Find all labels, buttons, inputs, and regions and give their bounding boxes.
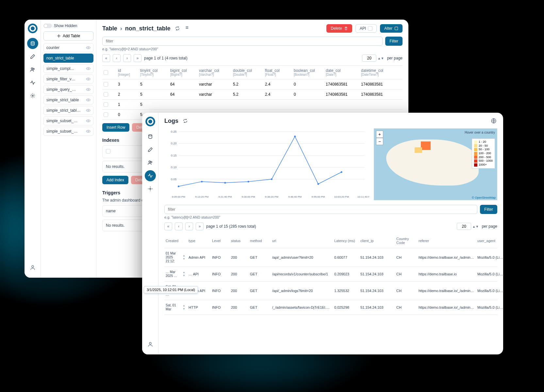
page-prev-button[interactable]: ‹: [175, 222, 183, 230]
svg-point-45: [294, 136, 296, 137]
api-checkbox[interactable]: [368, 26, 372, 31]
column-header[interactable]: float_col[Float?]: [265, 68, 291, 76]
svg-point-5: [33, 68, 34, 70]
page-first-button[interactable]: «: [102, 54, 110, 62]
logs-column-header[interactable]: client_ip: [360, 239, 393, 243]
logs-page-size-input[interactable]: [457, 223, 471, 230]
logs-row[interactable]: … Mar 2025 …▲▼ … APIINFO200GET /api/reco…: [164, 267, 497, 282]
column-header[interactable]: double_col[Double?]: [233, 68, 262, 76]
alter-button[interactable]: Alter: [380, 24, 403, 33]
nav-user-icon[interactable]: [27, 262, 38, 273]
table-list-item[interactable]: counter: [43, 43, 93, 52]
add-index-button[interactable]: Add Index: [102, 176, 128, 184]
globe-icon[interactable]: [490, 117, 497, 124]
index-checkbox[interactable]: [106, 149, 110, 154]
insert-row-button[interactable]: Insert Row: [102, 123, 129, 132]
logs-column-header[interactable]: method: [250, 239, 269, 243]
logs-row[interactable]: 01 Mar 2025 21:12:▲▼ Admin APIINFO200GET…: [164, 248, 497, 267]
svg-point-4: [31, 68, 33, 70]
world-map[interactable]: + − Hover over a country 1 - 2020 - 5050…: [374, 128, 497, 200]
logs-filter-input[interactable]: [164, 205, 477, 214]
svg-point-25: [149, 161, 150, 163]
filter-button[interactable]: Filter: [385, 37, 403, 46]
nav-activity-icon[interactable]: [27, 77, 38, 88]
table-list-item[interactable]: simple_subset_…: [43, 127, 93, 136]
map-credit: © OpenStreetMap: [472, 196, 496, 199]
page-last-button[interactable]: »: [196, 222, 204, 230]
svg-text:9:55:00 PM: 9:55:00 PM: [311, 195, 325, 198]
logs-column-header[interactable]: Created: [166, 239, 185, 243]
table-list-item[interactable]: simple_subset_…: [43, 116, 93, 125]
nav-settings-icon[interactable]: [145, 183, 156, 194]
nav-tables-icon[interactable]: [145, 131, 156, 142]
svg-point-7: [32, 266, 34, 268]
column-header[interactable]: datetime_col[DateTime?]: [361, 68, 394, 76]
nav-settings-icon[interactable]: [27, 90, 38, 101]
page-last-button[interactable]: »: [134, 54, 141, 62]
logs-column-header[interactable]: Latency (ms): [334, 239, 357, 243]
table-row[interactable]: 15: [102, 100, 403, 110]
logs-row[interactable]: Sat, 01 Mar 2025 …▲▼ Admin APIINFO200GET…: [164, 282, 497, 300]
api-button[interactable]: API: [355, 24, 377, 33]
nav-edit-icon[interactable]: [27, 51, 38, 62]
logs-column-header[interactable]: Level: [212, 239, 228, 243]
table-list-item[interactable]: simple_query_…: [43, 85, 93, 94]
row-checkbox[interactable]: [104, 102, 108, 107]
delete-button[interactable]: Delete: [326, 24, 352, 33]
table-list-item[interactable]: simple_strict_table: [43, 95, 93, 105]
column-header[interactable]: date_col[Date?]: [326, 68, 358, 76]
page-size-input[interactable]: [362, 55, 376, 62]
logs-filter-button[interactable]: Filter: [480, 205, 497, 214]
column-header[interactable]: tinyint_col[TinyInt?]: [140, 68, 168, 76]
svg-point-47: [341, 171, 342, 173]
filter-input[interactable]: [102, 37, 383, 46]
eye-icon: [86, 66, 91, 71]
refresh-icon[interactable]: [174, 25, 181, 32]
column-header[interactable]: boolean_col[Boolean?]: [294, 68, 323, 76]
eye-icon: [86, 87, 91, 92]
row-checkbox[interactable]: [104, 112, 108, 117]
column-header[interactable]: id[Integer]: [118, 68, 138, 76]
logs-column-header[interactable]: type: [189, 239, 209, 243]
logs-row[interactable]: Sat, 01 Mar▲▼ HTTPINFO200GET /_/admin/as…: [164, 300, 497, 315]
nav-tables-icon[interactable]: [27, 38, 38, 49]
table-list-item[interactable]: simple_strict_tabl…: [43, 106, 93, 115]
table-row[interactable]: 2564varchar5.22.4017408635811740863581: [102, 90, 403, 100]
page-prev-button[interactable]: ‹: [113, 54, 121, 62]
date-tooltip: 3/1/2025, 10:12:01 PM (Local): [144, 286, 198, 293]
row-checkbox[interactable]: [104, 92, 108, 97]
nav-edit-icon[interactable]: [145, 144, 156, 155]
table-list-panel: Show Hidden Add Table counternon_strict_…: [41, 20, 96, 278]
table-row[interactable]: 3564varchar5.22.4017408635811740863581: [102, 79, 403, 90]
header-checkbox[interactable]: [104, 70, 108, 75]
logs-column-header[interactable]: Country Code: [396, 237, 415, 245]
nav-users-icon[interactable]: [27, 64, 38, 75]
nav-activity-icon[interactable]: [145, 170, 156, 181]
column-header[interactable]: varchar_col[Varchar?]: [199, 68, 230, 76]
add-table-button[interactable]: Add Table: [43, 31, 93, 41]
page-next-button[interactable]: ›: [185, 222, 193, 230]
show-hidden-label: Show Hidden: [54, 24, 77, 28]
table-list-item[interactable]: simple_filter_v…: [43, 74, 93, 84]
svg-point-11: [88, 89, 89, 90]
svg-point-12: [88, 100, 89, 101]
row-checkbox[interactable]: [104, 82, 108, 87]
logs-column-header[interactable]: user_agent: [477, 239, 503, 243]
map-zoom-out-button[interactable]: −: [376, 138, 383, 145]
logs-column-header[interactable]: status: [231, 239, 247, 243]
eye-icon: [86, 45, 91, 50]
page-next-button[interactable]: ›: [123, 54, 131, 62]
nav-user-icon[interactable]: [145, 339, 156, 350]
table-list-item[interactable]: simple_compl…: [43, 64, 93, 73]
logs-column-header[interactable]: url: [272, 239, 331, 243]
page-first-button[interactable]: «: [164, 222, 172, 230]
logs-column-header[interactable]: referer: [419, 239, 474, 243]
table-list-item[interactable]: non_strict_table: [43, 54, 93, 63]
refresh-icon[interactable]: [182, 117, 189, 124]
show-hidden-toggle[interactable]: [43, 24, 52, 28]
grid-icon[interactable]: [184, 25, 191, 32]
nav-users-icon[interactable]: [145, 157, 156, 168]
column-header[interactable]: bigint_col[BigInt?]: [170, 68, 196, 76]
svg-point-14: [88, 121, 89, 122]
map-zoom-in-button[interactable]: +: [376, 131, 383, 138]
